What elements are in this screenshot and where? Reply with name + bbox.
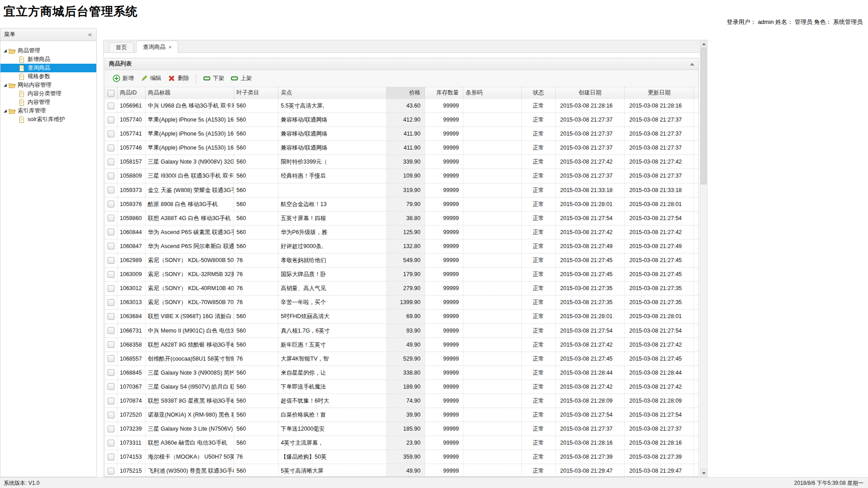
cell-id: 1063684	[118, 310, 146, 323]
table-row[interactable]: 1068358联想 A828T 8G 炫酷银 移动3G手机560新年巨惠！五英寸…	[105, 338, 698, 352]
table-row[interactable]: 1070874联想 S938T 8G 星夜黑 移动3G手机 双卡双待560超值不…	[105, 394, 698, 408]
row-checkbox[interactable]	[108, 341, 114, 348]
cell-check	[105, 338, 118, 352]
cell-check	[105, 197, 118, 211]
row-checkbox[interactable]	[108, 131, 114, 137]
tree-node-folder[interactable]: 网站内容管理	[0, 81, 96, 89]
scroll-thumb[interactable]	[701, 48, 707, 184]
toolbar-button-delete[interactable]: 删除	[165, 73, 192, 84]
table-row[interactable]: 1057746苹果(Apple) iPhone 5s (A1530) 16GB5…	[105, 141, 698, 155]
column-header-title[interactable]: 商品标题	[146, 87, 234, 99]
row-checkbox[interactable]	[108, 355, 114, 362]
table-row[interactable]: 1063013索尼（SONY） KDL-70W850B 70英寸76辛苦一年啦，…	[105, 296, 698, 310]
scroll-up-icon[interactable]	[700, 40, 707, 48]
tree-expanded-icon[interactable]	[4, 109, 7, 113]
row-checkbox[interactable]	[108, 369, 114, 376]
table-row[interactable]: 1074153海尔模卡（MOOKA） U50H7 50英寸安76【爆品抢购】50…	[105, 450, 698, 464]
row-checkbox[interactable]	[108, 117, 114, 123]
tab-home[interactable]: 首页	[109, 42, 134, 52]
table-row[interactable]: 1058809三星 I9300I 白色 联通3G手机 双卡双待560经典特惠！手…	[105, 169, 698, 183]
row-checkbox[interactable]	[108, 103, 114, 109]
row-checkbox[interactable]	[108, 468, 114, 474]
table-row[interactable]: 1072520诺基亚(NOKIA) X (RM-980) 黑色 联通3G手机56…	[105, 408, 698, 422]
table-row[interactable]: 1073239三星 Galaxy Note 3 Lite (N7506V) 16…	[105, 422, 698, 436]
tree-expanded-icon[interactable]	[4, 84, 7, 87]
tree-node-folder[interactable]: 商品管理	[0, 47, 96, 55]
toolbar-button-edit[interactable]: 编辑	[137, 73, 165, 84]
vertical-scrollbar[interactable]	[700, 40, 707, 477]
tree-node-leaf[interactable]: solr索引库维护	[0, 115, 96, 124]
row-checkbox[interactable]	[108, 285, 114, 292]
row-checkbox[interactable]	[108, 145, 114, 151]
table-row[interactable]: 1073311联想 A360e 融雪白 电信3G手机5604英寸主流屏幕，23.…	[105, 436, 698, 450]
table-row[interactable]: 1060844华为 Ascend P6S 碳素黑 联通3G手机560华为P6升级…	[105, 225, 698, 239]
row-checkbox[interactable]	[108, 412, 114, 418]
row-checkbox[interactable]	[108, 201, 114, 207]
table-row[interactable]: 1057740苹果(Apple) iPhone 5s (A1530) 16GB5…	[105, 113, 698, 127]
table-row[interactable]: 1058157三星 Galaxy Note 3 (N9008V) 32G版560…	[105, 155, 698, 169]
table-row[interactable]: 1063009索尼（SONY） KDL-32RM5B 32英寸76国际大牌品质！…	[105, 267, 698, 282]
column-header-sellpoint[interactable]: 卖点	[278, 87, 387, 99]
row-checkbox[interactable]	[108, 426, 114, 432]
tree-node-leaf[interactable]: 内容分类管理	[0, 89, 96, 98]
row-checkbox[interactable]	[108, 398, 114, 404]
tree-node-leaf[interactable]: 查询商品	[0, 64, 96, 72]
cell-status: 正常	[522, 366, 556, 380]
tree-node-leaf[interactable]: 新增商品	[0, 55, 96, 64]
row-checkbox[interactable]	[108, 313, 114, 320]
toolbar-button-add[interactable]: 新增	[109, 73, 137, 84]
tab-query-product[interactable]: 查询商品×	[136, 41, 178, 53]
column-header-check[interactable]	[105, 87, 118, 99]
collapse-sidebar-icon[interactable]: «	[88, 28, 92, 40]
cell-created: 2015-03-08 21:27:42	[556, 380, 625, 394]
tree-node-leaf[interactable]: 内容管理	[0, 98, 96, 107]
table-row[interactable]: 1063684联想 VIBE X (S968T) 16G 清新白 移动3G手机5…	[105, 310, 698, 324]
row-checkbox[interactable]	[108, 173, 114, 179]
row-checkbox[interactable]	[108, 327, 114, 334]
cell-id: 1073311	[118, 436, 146, 450]
table-row[interactable]: 1059860联想 A388T 4G 白色 移动3G手机560五英寸屏幕！四核3…	[105, 211, 698, 225]
table-row[interactable]: 1068845三星 Galaxy Note 3 (N9008S) 简约白560来…	[105, 366, 698, 380]
table-row[interactable]: 1070367三星 Galaxy S4 (I9507V) 皓月白 联通3G手机5…	[105, 380, 698, 394]
tab-close-icon[interactable]: ×	[169, 44, 171, 50]
row-checkbox[interactable]	[108, 440, 114, 446]
row-checkbox[interactable]	[108, 187, 114, 193]
column-header-price[interactable]: 价格	[387, 87, 425, 99]
panel-collapse-icon[interactable]	[690, 63, 694, 66]
row-checkbox[interactable]	[108, 271, 114, 278]
select-all-checkbox[interactable]	[108, 90, 114, 97]
table-row[interactable]: 1059376酷派 8908 白色 移动3G手机560航空合金边框！1379.9…	[105, 197, 698, 211]
row-checkbox[interactable]	[108, 215, 114, 221]
column-header-barcode[interactable]: 条形码	[463, 87, 522, 99]
table-row[interactable]: 1068557创维酷开(coocaa)58U1 58英寸智能酷开76大屏4K智能…	[105, 352, 698, 366]
table-row[interactable]: 1063012索尼（SONY） KDL-40RM10B 40英寸76高销量、高人…	[105, 282, 698, 296]
column-header-updated[interactable]: 更新日期	[625, 87, 694, 99]
column-header-num[interactable]: 库存数量	[425, 87, 463, 99]
row-checkbox[interactable]	[108, 454, 114, 460]
toolbar-button-put-up[interactable]: 上架	[227, 73, 255, 84]
column-header-created[interactable]: 创建日期	[556, 87, 625, 99]
toolbar-button-take-down[interactable]: 下架	[200, 73, 227, 84]
tree-expanded-icon[interactable]	[4, 49, 7, 52]
column-header-status[interactable]: 状态	[522, 87, 556, 99]
cell-status: 正常	[522, 450, 556, 464]
table-row[interactable]: 1062989索尼（SONY） KDL-50W800B 50英寸76孝敬爸妈就给…	[105, 253, 698, 267]
table-row[interactable]: 1056961中兴 U968 白色 移动3G手机 双卡双待5605.5英寸高清大…	[105, 99, 698, 113]
row-checkbox[interactable]	[108, 229, 114, 235]
table-row[interactable]: 1066731中兴 Memo II (M901C) 白色 电信3G手机560真八…	[105, 324, 698, 338]
column-header-id[interactable]: 商品ID	[118, 87, 146, 99]
scroll-down-icon[interactable]	[700, 469, 707, 477]
column-header-category[interactable]: 叶子类目	[234, 87, 278, 99]
cell-num: 99999	[425, 422, 463, 436]
row-checkbox[interactable]	[108, 257, 114, 264]
row-checkbox[interactable]	[108, 159, 114, 165]
tree-node-leaf[interactable]: 规格参数	[0, 72, 96, 81]
row-checkbox[interactable]	[108, 243, 114, 249]
table-row[interactable]: 1059373金立 天鉴 (W808) 荣耀金 联通3G手机560319.909…	[105, 183, 698, 197]
tree-node-folder[interactable]: 索引库管理	[0, 107, 96, 115]
row-checkbox[interactable]	[108, 383, 114, 390]
table-row[interactable]: 1057741苹果(Apple) iPhone 5s (A1530) 16GB5…	[105, 127, 698, 141]
table-row[interactable]: 1075215飞利浦 (W3500) 尊贵黑 联通3G手机5605英寸高清晰大屏…	[105, 464, 698, 476]
row-checkbox[interactable]	[108, 299, 114, 306]
table-row[interactable]: 1060847华为 Ascend P6S 阿尔卑斯白 联通3G手机560好评超过…	[105, 239, 698, 253]
